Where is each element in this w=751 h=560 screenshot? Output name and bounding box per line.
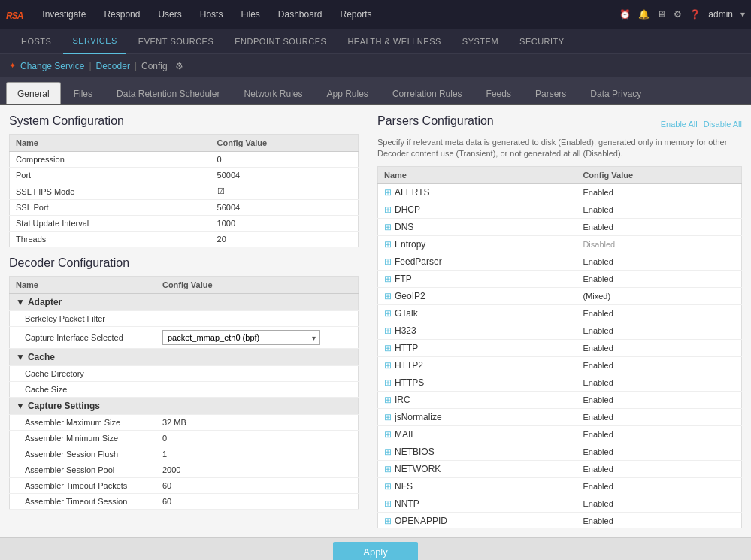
parser-name-cell: ⊞ ALERTS bbox=[378, 183, 577, 201]
settings-icon[interactable]: ⚙ bbox=[674, 9, 682, 20]
parser-expand-icon[interactable]: ⊞ bbox=[384, 222, 392, 232]
apply-button[interactable]: Apply bbox=[333, 542, 418, 560]
change-service-link[interactable]: Change Service bbox=[20, 61, 84, 71]
parser-expand-icon[interactable]: ⊞ bbox=[384, 274, 392, 284]
parser-expand-icon[interactable]: ⊞ bbox=[384, 239, 392, 250]
parsers-row[interactable]: ⊞ HTTP2 Enabled bbox=[378, 356, 742, 374]
sys-row-ssl-port-value: 56004 bbox=[211, 200, 359, 216]
parsers-row[interactable]: ⊞ HTTPS Enabled bbox=[378, 374, 742, 391]
parser-name-label: Entropy bbox=[395, 239, 425, 250]
parser-expand-icon[interactable]: ⊞ bbox=[384, 360, 392, 371]
sys-row-port-name: Port bbox=[10, 168, 211, 183]
tab-parsers[interactable]: Parsers bbox=[524, 82, 577, 104]
tab-network-rules[interactable]: Network Rules bbox=[232, 82, 313, 104]
tab-general[interactable]: General bbox=[6, 82, 61, 104]
clock-icon[interactable]: ⏰ bbox=[619, 9, 631, 20]
parser-expand-icon[interactable]: ⊞ bbox=[384, 308, 392, 319]
parser-expand-icon[interactable]: ⊞ bbox=[384, 256, 392, 267]
screen-icon[interactable]: 🖥 bbox=[657, 9, 666, 20]
sys-row-stat-name: Stat Update Interval bbox=[10, 216, 211, 232]
parser-name-cell: ⊞ OPENAPPID bbox=[378, 512, 577, 528]
parsers-row[interactable]: ⊞ ALERTS Enabled bbox=[378, 183, 742, 201]
table-row: Assembler Session Pool 2000 bbox=[10, 462, 359, 478]
parser-expand-icon[interactable]: ⊞ bbox=[384, 377, 392, 388]
nav-files[interactable]: Files bbox=[233, 0, 267, 29]
tab-app-rules[interactable]: App Rules bbox=[316, 82, 380, 104]
parser-expand-icon[interactable]: ⊞ bbox=[384, 464, 392, 474]
group-adapter[interactable]: ▼Adapter bbox=[10, 294, 359, 311]
parser-expand-icon[interactable]: ⊞ bbox=[384, 429, 392, 440]
nav-users[interactable]: Users bbox=[150, 0, 189, 29]
parser-expand-icon[interactable]: ⊞ bbox=[384, 325, 392, 336]
parsers-row[interactable]: ⊞ NETWORK Enabled bbox=[378, 460, 742, 477]
parsers-row[interactable]: ⊞ HTTP Enabled bbox=[378, 339, 742, 356]
tab-data-privacy[interactable]: Data Privacy bbox=[579, 82, 653, 104]
parsers-row[interactable]: ⊞ MAIL Enabled bbox=[378, 425, 742, 443]
tab-files[interactable]: Files bbox=[62, 82, 104, 104]
parser-status: (Mixed) bbox=[577, 287, 741, 304]
parsers-row[interactable]: ⊞ Entropy Disabled bbox=[378, 235, 742, 253]
second-nav-security[interactable]: SECURITY bbox=[510, 29, 574, 54]
parser-status: Enabled bbox=[577, 374, 741, 391]
asm-timeout-sess-name: Assembler Timeout Session bbox=[10, 494, 156, 510]
second-nav-endpoint-sources[interactable]: ENDPOINT SOURCES bbox=[226, 29, 335, 54]
config-gear-icon[interactable]: ⚙ bbox=[175, 61, 183, 71]
parser-name-cell: ⊞ H323 bbox=[378, 322, 577, 339]
parsers-row[interactable]: ⊞ NNTP Enabled bbox=[378, 495, 742, 512]
nav-reports[interactable]: Reports bbox=[333, 0, 380, 29]
second-navigation: HOSTS SERVICES EVENT SOURCES ENDPOINT SO… bbox=[0, 29, 751, 54]
parsers-row[interactable]: ⊞ H323 Enabled bbox=[378, 322, 742, 339]
capture-interface-value[interactable]: packet_mmap_eth0 (bpf) ▾ bbox=[156, 327, 359, 349]
second-nav-health[interactable]: HEALTH & WELLNESS bbox=[338, 29, 450, 54]
nav-hosts[interactable]: Hosts bbox=[192, 0, 231, 29]
parsers-col-name: Name bbox=[378, 166, 577, 183]
tab-data-retention[interactable]: Data Retention Scheduler bbox=[105, 82, 231, 104]
parsers-row[interactable]: ⊞ jsNormalize Enabled bbox=[378, 408, 742, 425]
parser-expand-icon[interactable]: ⊞ bbox=[384, 204, 392, 215]
parsers-row[interactable]: ⊞ GTalk Enabled bbox=[378, 304, 742, 322]
enable-all-button[interactable]: Enable All bbox=[661, 120, 698, 129]
parser-expand-icon[interactable]: ⊞ bbox=[384, 481, 392, 492]
capture-select-wrapper[interactable]: packet_mmap_eth0 (bpf) ▾ bbox=[162, 330, 320, 345]
sys-row-ssl-fips-value[interactable]: ☑ bbox=[211, 183, 359, 200]
parser-expand-icon[interactable]: ⊞ bbox=[384, 412, 392, 422]
second-nav-hosts[interactable]: HOSTS bbox=[12, 29, 60, 54]
parser-expand-icon[interactable]: ⊞ bbox=[384, 498, 392, 509]
tab-feeds[interactable]: Feeds bbox=[475, 82, 522, 104]
parsers-row[interactable]: ⊞ DNS Enabled bbox=[378, 218, 742, 235]
second-nav-system[interactable]: SYSTEM bbox=[453, 29, 507, 54]
nav-dashboard[interactable]: Dashboard bbox=[271, 0, 330, 29]
parsers-row[interactable]: ⊞ OPENAPPID Enabled bbox=[378, 512, 742, 528]
parser-expand-icon[interactable]: ⊞ bbox=[384, 187, 392, 198]
decoder-link[interactable]: Decoder bbox=[96, 61, 130, 71]
parsers-row[interactable]: ⊞ IRC Enabled bbox=[378, 391, 742, 408]
parser-status: Enabled bbox=[577, 322, 741, 339]
parser-name-label: H323 bbox=[395, 325, 416, 336]
second-nav-services[interactable]: SERVICES bbox=[63, 29, 126, 54]
parsers-row[interactable]: ⊞ FeedParser Enabled bbox=[378, 253, 742, 270]
parsers-row[interactable]: ⊞ FTP Enabled bbox=[378, 270, 742, 287]
nav-respond[interactable]: Respond bbox=[96, 0, 147, 29]
parsers-row[interactable]: ⊞ GeoIP2 (Mixed) bbox=[378, 287, 742, 304]
group-cache[interactable]: ▼Cache bbox=[10, 349, 359, 366]
parsers-scroll[interactable]: Name Config Value ⊞ ALERTS Enabled ⊞ DHC… bbox=[377, 166, 742, 528]
parser-expand-icon[interactable]: ⊞ bbox=[384, 395, 392, 405]
nav-investigate[interactable]: Investigate bbox=[35, 0, 93, 29]
admin-menu[interactable]: admin bbox=[708, 9, 733, 20]
parsers-row[interactable]: ⊞ NFS Enabled bbox=[378, 477, 742, 495]
tab-correlation-rules[interactable]: Correlation Rules bbox=[381, 82, 474, 104]
table-row: SSL Port 56004 bbox=[10, 200, 359, 216]
parser-expand-icon[interactable]: ⊞ bbox=[384, 343, 392, 353]
parser-expand-icon[interactable]: ⊞ bbox=[384, 446, 392, 457]
parsers-row[interactable]: ⊞ NETBIOS Enabled bbox=[378, 443, 742, 460]
parser-expand-icon[interactable]: ⊞ bbox=[384, 291, 392, 301]
parser-expand-icon[interactable]: ⊞ bbox=[384, 516, 392, 526]
bell-icon[interactable]: 🔔 bbox=[638, 9, 650, 20]
group-capture-settings[interactable]: ▼Capture Settings bbox=[10, 398, 359, 415]
second-nav-event-sources[interactable]: EVENT SOURCES bbox=[129, 29, 223, 54]
help-icon[interactable]: ❓ bbox=[689, 9, 701, 20]
parsers-row[interactable]: ⊞ DHCP Enabled bbox=[378, 201, 742, 218]
capture-interface-select[interactable]: packet_mmap_eth0 (bpf) bbox=[162, 330, 320, 345]
parsers-panel: Parsers Configuration Enable All Disable… bbox=[377, 114, 742, 528]
disable-all-button[interactable]: Disable All bbox=[704, 120, 742, 129]
